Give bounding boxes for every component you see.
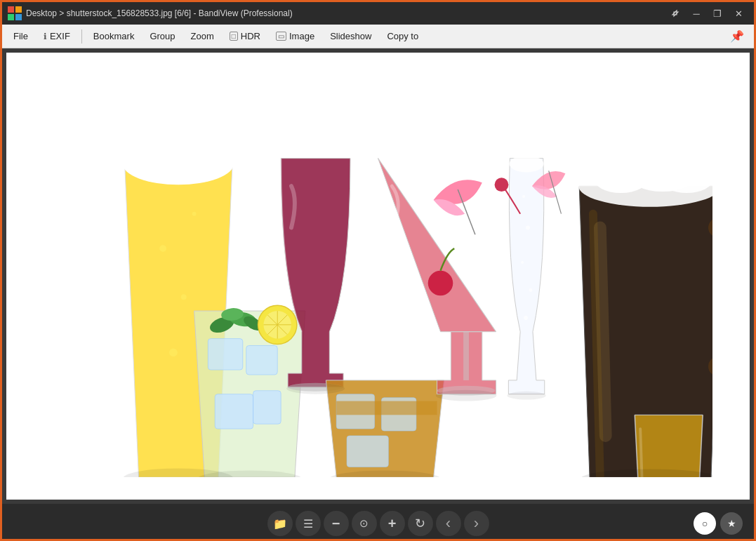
whiskey-glass (326, 380, 444, 477)
svg-point-40 (522, 195, 525, 198)
bottom-toolbar: 📁 ☰ − ⊙ + ↻ ‹ › ○ ★ (2, 504, 754, 541)
info-icon: ℹ (44, 32, 47, 41)
menu-exif[interactable]: ℹ EXIF (37, 28, 77, 44)
titlebar: Desktop > shutterstock_156828533.jpg [6/… (2, 2, 754, 25)
svg-point-42 (495, 178, 509, 192)
minus-icon: − (332, 516, 340, 532)
svg-point-39 (526, 225, 530, 229)
close-button[interactable]: ✕ (729, 6, 748, 21)
window-title: Desktop > shutterstock_156828533.jpg [6/… (26, 8, 665, 18)
menu-copyto-label: Copy to (387, 31, 418, 41)
menu-zoom[interactable]: Zoom (184, 28, 221, 44)
rotate-icon: ↻ (415, 516, 425, 531)
svg-rect-14 (246, 345, 277, 375)
rotate-button[interactable]: ↻ (408, 511, 433, 536)
svg-point-9 (159, 245, 166, 252)
menu-slideshow-label: Slideshow (330, 31, 371, 41)
svg-rect-31 (336, 401, 437, 415)
window-controls: ─ ❐ ✕ (665, 6, 748, 21)
menu-separator-1 (81, 29, 82, 44)
svg-rect-13 (208, 338, 242, 369)
image-viewer (6, 53, 750, 500)
minimize-button[interactable]: ─ (687, 6, 706, 21)
svg-point-41 (509, 156, 543, 173)
svg-rect-0 (8, 6, 14, 13)
svg-point-55 (507, 392, 545, 400)
mojito-glass (194, 305, 305, 477)
next-button[interactable]: › (464, 511, 489, 536)
menu-exif-label: EXIF (50, 31, 70, 41)
menu-image[interactable]: ▭ Image (269, 28, 321, 44)
open-folder-button[interactable]: 📁 (267, 511, 293, 536)
maximize-button[interactable] (665, 6, 685, 21)
menubar: File ℹ EXIF Bookmark Group Zoom □ HDR ▭ … (2, 25, 754, 48)
svg-point-36 (524, 316, 528, 320)
list-icon: ☰ (303, 517, 313, 530)
menu-file-label: File (13, 31, 28, 41)
bottom-right-controls: ○ ★ (694, 512, 743, 535)
prev-button[interactable]: ‹ (436, 511, 461, 536)
svg-point-52 (286, 383, 345, 394)
svg-rect-30 (347, 436, 388, 467)
zoom-out-button[interactable]: − (324, 511, 349, 536)
svg-point-8 (138, 136, 215, 166)
star-icon: ★ (727, 518, 736, 529)
shot-glass (635, 415, 703, 477)
hdr-icon: □ (230, 32, 238, 41)
svg-rect-2 (8, 14, 14, 20)
svg-point-47 (661, 165, 712, 193)
image-display (44, 75, 712, 477)
menu-image-label: Image (289, 31, 314, 41)
svg-point-54 (436, 390, 497, 401)
plus-icon: + (388, 516, 397, 532)
app-icon (8, 6, 22, 20)
restore-button[interactable]: ❐ (708, 6, 727, 21)
menu-file[interactable]: File (6, 28, 35, 44)
menu-zoom-label: Zoom (191, 31, 214, 41)
menu-group-label: Group (150, 31, 175, 41)
white-circle-button[interactable]: ○ (694, 512, 716, 535)
svg-rect-3 (15, 14, 22, 20)
menu-copyto[interactable]: Copy to (380, 28, 425, 44)
menu-group[interactable]: Group (142, 28, 182, 44)
menu-bookmark[interactable]: Bookmark (86, 28, 142, 44)
svg-point-34 (428, 271, 453, 296)
zoom-in-button[interactable]: + (380, 511, 405, 536)
image-icon: ▭ (276, 32, 286, 41)
folder-icon: 📁 (273, 517, 287, 530)
zoom-fit-button[interactable]: ⊙ (352, 511, 377, 536)
next-icon: › (474, 514, 479, 533)
menu-hdr[interactable]: □ HDR (223, 28, 267, 44)
svg-point-10 (181, 294, 187, 300)
svg-point-11 (169, 348, 178, 356)
svg-rect-15 (215, 394, 253, 429)
menu-hdr-label: HDR (241, 31, 260, 41)
menu-slideshow[interactable]: Slideshow (323, 28, 378, 44)
svg-point-12 (192, 212, 197, 216)
svg-rect-1 (15, 6, 22, 13)
svg-point-37 (529, 288, 532, 292)
main-content (2, 48, 754, 504)
star-button[interactable]: ★ (720, 512, 743, 535)
file-list-button[interactable]: ☰ (296, 511, 321, 536)
zoom-fit-icon: ⊙ (359, 517, 369, 530)
prev-icon: ‹ (446, 514, 451, 533)
menu-bookmark-label: Bookmark (93, 31, 135, 41)
svg-rect-16 (253, 391, 281, 424)
svg-point-38 (521, 261, 524, 264)
circle-icon: ○ (702, 518, 708, 529)
pin-button[interactable]: 📌 (724, 27, 750, 46)
